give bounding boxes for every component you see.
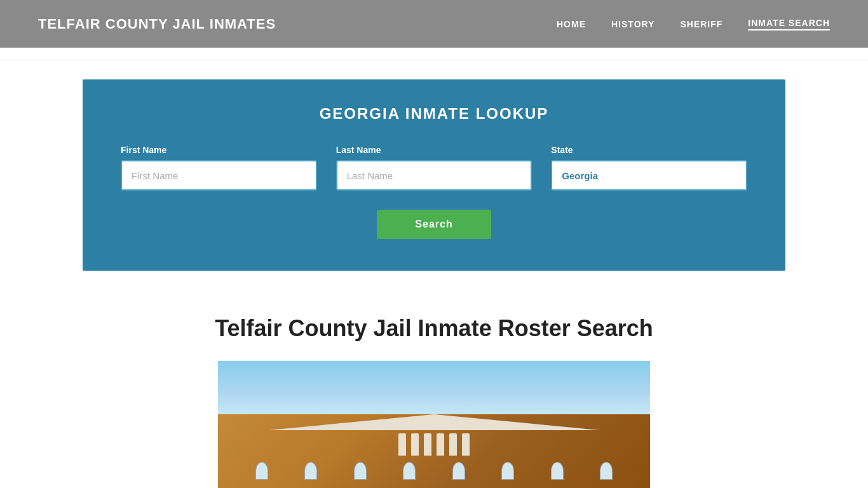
column-6 xyxy=(462,433,470,456)
site-header: TELFAIR COUNTY JAIL INMATES HOME HISTORY… xyxy=(0,0,868,48)
nav-item-inmate-search[interactable]: INMATE SEARCH xyxy=(748,18,830,30)
last-name-group: Last Name xyxy=(336,145,532,191)
building-windows xyxy=(218,456,650,486)
inmate-lookup-section: GEORGIA INMATE LOOKUP First Name Last Na… xyxy=(83,79,785,271)
window-1 xyxy=(255,462,268,480)
sub-header-bar xyxy=(0,48,868,60)
search-button[interactable]: Search xyxy=(377,210,491,239)
building-illustration xyxy=(218,361,650,488)
sky-bg xyxy=(218,361,650,414)
column-3 xyxy=(424,433,431,456)
state-input[interactable] xyxy=(551,160,747,191)
window-4 xyxy=(403,462,416,480)
state-label: State xyxy=(551,145,747,155)
nav-item-history[interactable]: HISTORY xyxy=(611,19,654,29)
page-title: Telfair County Jail Inmate Roster Search xyxy=(83,315,785,342)
building-pediment xyxy=(269,414,599,430)
first-name-label: First Name xyxy=(121,145,317,155)
window-5 xyxy=(452,462,465,480)
window-2 xyxy=(304,462,317,480)
window-8 xyxy=(600,462,613,480)
last-name-label: Last Name xyxy=(336,145,532,155)
column-4 xyxy=(437,433,444,456)
window-6 xyxy=(501,462,514,480)
search-button-row: Search xyxy=(121,210,747,239)
column-5 xyxy=(449,433,457,456)
state-group: State xyxy=(551,145,747,191)
window-3 xyxy=(354,462,367,480)
building-facade xyxy=(218,414,650,488)
content-section: Telfair County Jail Inmate Roster Search xyxy=(0,290,868,488)
nav-item-sheriff[interactable]: SHERIFF xyxy=(680,19,722,29)
last-name-input[interactable] xyxy=(336,160,532,191)
form-fields-row: First Name Last Name State xyxy=(121,145,747,191)
main-nav: HOME HISTORY SHERIFF INMATE SEARCH xyxy=(557,18,830,30)
lookup-title: GEORGIA INMATE LOOKUP xyxy=(121,105,747,123)
first-name-group: First Name xyxy=(121,145,317,191)
building-image xyxy=(218,361,650,488)
nav-item-home[interactable]: HOME xyxy=(557,19,586,29)
site-title: TELFAIR COUNTY JAIL INMATES xyxy=(38,16,276,32)
column-1 xyxy=(398,433,406,456)
building-columns xyxy=(218,430,650,456)
window-7 xyxy=(551,462,564,480)
first-name-input[interactable] xyxy=(121,160,317,191)
column-2 xyxy=(411,433,419,456)
